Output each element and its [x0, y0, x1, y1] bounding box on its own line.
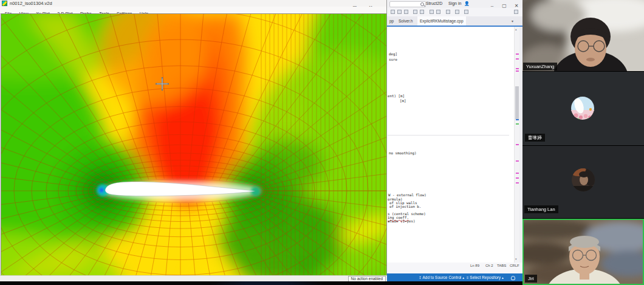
- participant-name: Jiri: [525, 275, 537, 283]
- video-participants-panel: YuxuanZhang 曹琳婷: [522, 0, 644, 285]
- person-icon: 👤: [464, 1, 470, 6]
- nav-back-icon[interactable]: [430, 10, 434, 14]
- tab-explicit-rk-multistage[interactable]: ExplicitRKMultistage.cpp: [417, 16, 466, 26]
- scroll-mark: [516, 182, 519, 184]
- participant-tile-jiri[interactable]: Jiri: [522, 219, 644, 285]
- code-fragment: no smoothing): [389, 151, 416, 155]
- search-icon: [420, 2, 424, 6]
- vs-status-bar: ↥ Add to Source Control ▴ ≡ Select Repos…: [387, 273, 522, 281]
- scroll-mark: [516, 58, 519, 60]
- run-icon[interactable]: [446, 10, 450, 14]
- vs-search-input[interactable]: [389, 1, 426, 7]
- tab-overflow-chevron-icon[interactable]: ▾: [512, 19, 513, 23]
- code-fragment: ent) [m]: [388, 94, 405, 98]
- new-file-icon[interactable]: [391, 10, 395, 14]
- scroll-mark: [516, 173, 519, 174]
- publish-icon: ↥: [419, 276, 422, 280]
- scrollbar-thumb[interactable]: [515, 86, 519, 119]
- code-fragment: [m]: [400, 99, 406, 103]
- letterbox-strip: [0, 281, 522, 285]
- scroll-mark: [516, 144, 519, 145]
- scroll-mark: [516, 68, 519, 69]
- vs-editor-statusline: Ln 89 Ch 2 TABS CRLF: [387, 263, 522, 273]
- vs-window-title: Struct2D: [426, 1, 442, 5]
- cfd-window: n0012_iso01304.v2d – ▢ ✕ File View Xy-Pl…: [0, 0, 387, 281]
- source-control-button[interactable]: ↥ Add to Source Control ▴: [419, 273, 464, 282]
- save-icon[interactable]: [404, 10, 408, 14]
- vs-toolbar: [387, 8, 522, 17]
- code-region-divider: [388, 135, 509, 136]
- scroll-mark: [516, 70, 519, 72]
- open-file-icon[interactable]: [397, 10, 402, 14]
- tab-solver-h[interactable]: Solver.h: [396, 16, 416, 26]
- feedback-icon[interactable]: [514, 10, 518, 14]
- undo-icon[interactable]: [413, 10, 417, 14]
- code-fragment: W - external flow): [388, 193, 426, 197]
- sign-in-button[interactable]: Sign in: [448, 1, 461, 5]
- vs-titlebar[interactable]: Struct2D Sign in 👤 –▢✕: [387, 0, 522, 8]
- scroll-mark: [516, 177, 519, 179]
- eol-indicator[interactable]: CRLF: [510, 264, 519, 267]
- participant-tile-tianhang-lan[interactable]: Tianhang Lan: [522, 146, 644, 218]
- participant-tile-2[interactable]: 曹琳婷: [522, 72, 644, 145]
- scroll-mark: [516, 160, 519, 162]
- cfd-window-title: n0012_iso01304.v2d: [10, 1, 52, 6]
- vs-tabbar: pp Solver.h ExplicitRKMultistage.cpp ▾: [387, 16, 522, 26]
- repo-icon: ≡: [467, 276, 469, 280]
- participant-tile-yuxuanzhang[interactable]: YuxuanZhang: [522, 0, 644, 71]
- scroll-up-icon[interactable]: ▴: [515, 27, 517, 31]
- tab-partial[interactable]: pp: [387, 16, 396, 26]
- line-indicator: Ln 89: [470, 264, 479, 267]
- scroll-mark: [516, 53, 519, 55]
- scroll-mark: [516, 123, 519, 125]
- caret-up-icon: ▴: [462, 276, 464, 280]
- participant-video: [522, 0, 644, 71]
- code-fragment: deg]: [389, 52, 397, 56]
- find-icon[interactable]: [464, 10, 468, 14]
- flowfield-canvas[interactable]: [1, 13, 387, 276]
- participant-video: [524, 220, 644, 285]
- redo-icon[interactable]: [420, 10, 424, 14]
- cfd-app-icon: [2, 1, 7, 6]
- vs-window-controls: –▢✕: [486, 0, 522, 8]
- breakpoint-icon[interactable]: [455, 10, 459, 14]
- code-fragment: of injection b.: [389, 205, 421, 208]
- nav-forward-icon[interactable]: [436, 10, 440, 14]
- participant-name: YuxuanZhang: [523, 63, 557, 70]
- scroll-down-icon[interactable]: ▾: [515, 257, 517, 261]
- cfd-titlebar[interactable]: n0012_iso01304.v2d – ▢ ✕: [0, 0, 386, 7]
- select-repository-button[interactable]: ≡ Select Repository ▴: [467, 273, 504, 282]
- visual-studio-window: Struct2D Sign in 👤 –▢✕ pp Solver.h Expli…: [387, 0, 522, 281]
- scroll-mark: [516, 119, 519, 120]
- flowfield-svg: [1, 14, 386, 275]
- notifications-bell-icon[interactable]: [511, 276, 515, 280]
- shared-screen: n0012_iso01304.v2d – ▢ ✕ File View Xy-Pl…: [0, 0, 644, 285]
- tabs-indicator[interactable]: TABS: [497, 264, 506, 267]
- code-editor[interactable]: deg] sure ent) [m] [m] no smoothing) W -…: [387, 27, 514, 263]
- editor-scrollbar[interactable]: ▴ ▾: [514, 27, 519, 263]
- code-fragment: sure: [389, 58, 397, 61]
- column-indicator: Ch 2: [485, 264, 493, 267]
- participant-name: 曹琳婷: [525, 134, 545, 142]
- code-fragment: ation (1=yes): [388, 219, 415, 223]
- caret-up-icon: ▴: [502, 276, 504, 280]
- participant-name: Tianhang Lan: [524, 205, 558, 213]
